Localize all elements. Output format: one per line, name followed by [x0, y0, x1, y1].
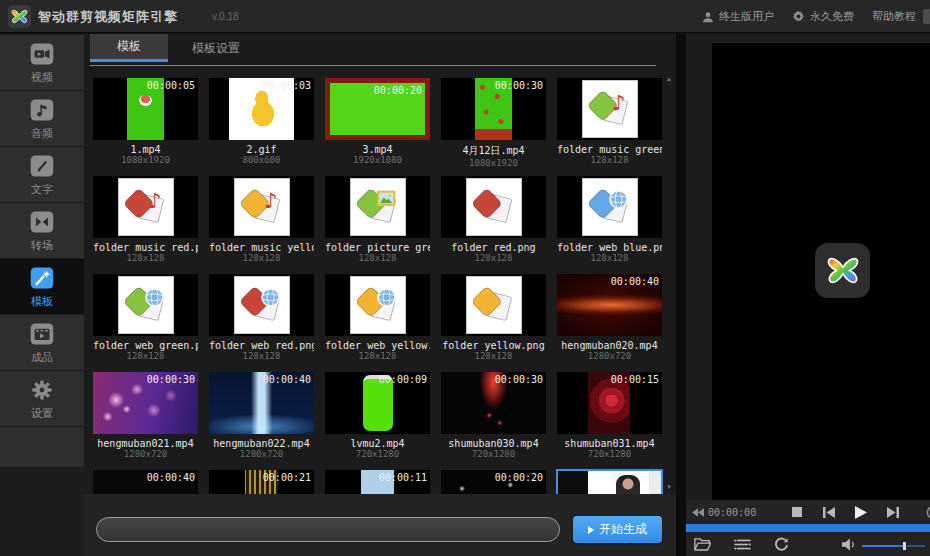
previous-button[interactable]	[818, 500, 840, 524]
app-version: v.0.18	[212, 11, 239, 22]
license-label: 永久免费	[810, 9, 854, 24]
template-item[interactable]: 00:00:09 lvmu2.mp4 720x1280	[325, 372, 430, 459]
playlist-icon	[734, 538, 751, 551]
tab-template[interactable]: 模板	[90, 34, 168, 62]
transport-bar: 00:00:00	[686, 500, 930, 524]
template-item[interactable]: 00:00:21	[209, 470, 314, 494]
generate-bar: 开始生成	[84, 494, 676, 556]
stop-button[interactable]	[786, 500, 808, 524]
seek-bar[interactable]	[686, 524, 930, 532]
volume-button[interactable]	[842, 532, 856, 556]
template-dims: 1280x720	[209, 449, 314, 459]
playlist-button[interactable]	[734, 532, 751, 556]
template-item[interactable]: folder web green.p 128x128	[93, 274, 198, 361]
help-item[interactable]: 帮助教程	[872, 9, 916, 24]
template-name: folder red.png	[441, 242, 546, 253]
template-dims: 128x128	[209, 351, 314, 361]
volume-slider-filled[interactable]	[862, 545, 903, 547]
sidebar-item-video[interactable]: 视频	[0, 35, 84, 90]
license-item[interactable]: 永久免费	[792, 9, 854, 24]
scroll-up-arrow[interactable]: ▲	[666, 76, 672, 82]
template-thumbnail: 00:00:09	[325, 372, 430, 434]
template-item[interactable]: 00:00:40 hengmuban020.mp4 1280x720	[557, 274, 662, 361]
template-item[interactable]: 00:00:11	[325, 470, 430, 494]
rewind-icon[interactable]	[692, 508, 704, 517]
template-item[interactable]: 00:00:05 1.mp4 1080x1920	[93, 78, 198, 165]
player-toolbar	[686, 532, 930, 556]
tab-bar: 模板 模板设置	[90, 34, 264, 62]
template-item[interactable]: 00:00:40	[93, 470, 198, 494]
template-thumbnail	[209, 274, 314, 336]
template-item[interactable]: folder music red.p 128x128	[93, 176, 198, 263]
template-dims: 128x128	[325, 351, 430, 361]
template-thumbnail: 00:00:10	[557, 470, 662, 494]
template-item[interactable]: folder yellow.png 128x128	[441, 274, 546, 361]
loop-button[interactable]	[774, 532, 789, 556]
template-name: hengmuban022.mp4	[209, 438, 314, 449]
duration-label: 00:00:20	[495, 472, 543, 483]
template-item[interactable]: folder web yellow. 128x128	[325, 274, 430, 361]
template-thumbnail: 00:00:30	[441, 372, 546, 434]
title-bar: 智动群剪视频矩阵引擎 v.0.18 终生版用户 永久免费 帮助教程	[0, 0, 930, 33]
scroll-down-arrow[interactable]: ▼	[666, 484, 672, 490]
template-dims: 1280x720	[557, 351, 662, 361]
template-name: 3.mp4	[325, 144, 430, 155]
template-thumbnail	[325, 176, 430, 238]
next-button[interactable]	[882, 500, 904, 524]
template-thumbnail: 00:00:20	[441, 470, 546, 494]
sidebar-item-transition[interactable]: 转场	[0, 203, 84, 258]
template-item[interactable]: folder web red.png 128x128	[209, 274, 314, 361]
stop-icon	[792, 507, 802, 517]
template-item[interactable]: 00:00:30 hengmuban021.mp4 1280x720	[93, 372, 198, 459]
template-thumbnail	[325, 274, 430, 336]
user-account-item[interactable]: 终生版用户	[702, 9, 774, 24]
tab-template-settings[interactable]: 模板设置	[168, 34, 264, 62]
sidebar-item-template[interactable]: 模板	[0, 259, 84, 314]
duration-label: 00:00:40	[147, 472, 195, 483]
generation-progress-track[interactable]	[96, 517, 560, 542]
template-item[interactable]: 00:00:20	[441, 470, 546, 494]
template-dims: 128x128	[441, 351, 546, 361]
play-triangle-icon	[588, 526, 594, 534]
tab-separator	[90, 65, 656, 66]
template-dims: 1280x720	[93, 449, 198, 459]
folder-icon-green-picture	[350, 178, 406, 236]
template-item[interactable]: 00:00:30 shumuban030.mp4 720x1280	[441, 372, 546, 459]
template-name: folder picture gre	[325, 242, 430, 253]
template-item[interactable]: folder picture gre 128x128	[325, 176, 430, 263]
volume-slider-rest[interactable]	[907, 545, 925, 547]
volume-slider-handle[interactable]	[903, 542, 906, 550]
template-thumbnail: 00:00:30	[93, 372, 198, 434]
template-thumbnail: 00:00:15	[557, 372, 662, 434]
video-preview-area	[712, 42, 930, 501]
template-item[interactable]: 00:00:40 hengmuban022.mp4 1280x720	[209, 372, 314, 459]
preview-logo-tile	[815, 243, 870, 298]
duration-label: 00:00:30	[495, 374, 543, 385]
start-generate-button[interactable]: 开始生成	[573, 516, 662, 543]
duration-label: 00:00:40	[263, 374, 311, 385]
sidebar-item-output[interactable]: 成品	[0, 315, 84, 370]
template-item[interactable]: folder music yello 128x128	[209, 176, 314, 263]
open-folder-icon	[694, 537, 711, 551]
template-item[interactable]: folder music green 128x128	[557, 78, 662, 165]
template-item[interactable]: 00:00:03 2.gif 800x600	[209, 78, 314, 165]
template-dims: 1920x1080	[325, 155, 430, 165]
sidebar-item-settings[interactable]: 设置	[0, 371, 84, 426]
play-button[interactable]	[850, 500, 872, 524]
current-time-label: 00:00:00	[708, 507, 756, 518]
template-item-selected[interactable]: 00:00:10	[557, 470, 662, 494]
grid-scrollbar[interactable]: ▲ ▼	[665, 70, 673, 494]
template-item[interactable]: folder red.png 128x128	[441, 176, 546, 263]
template-name: folder music red.p	[93, 242, 198, 253]
template-item[interactable]: 00:00:15 shumuban031.mp4 720x1280	[557, 372, 662, 459]
duration-label: 00:00:21	[263, 472, 311, 483]
sidebar-item-audio[interactable]: 音频	[0, 91, 84, 146]
template-item[interactable]: 00:00:30 4月12日.mp4 1080x1920	[441, 78, 546, 168]
sidebar-item-text[interactable]: 文字	[0, 147, 84, 202]
duration-label: 00:00:09	[379, 374, 427, 385]
next-icon	[887, 507, 899, 518]
template-thumbnail: 00:00:40	[209, 372, 314, 434]
open-file-button[interactable]	[694, 532, 711, 556]
template-item[interactable]: 00:00:20 3.mp4 1920x1080	[325, 78, 430, 165]
template-item[interactable]: folder web blue.pn 128x128	[557, 176, 662, 263]
